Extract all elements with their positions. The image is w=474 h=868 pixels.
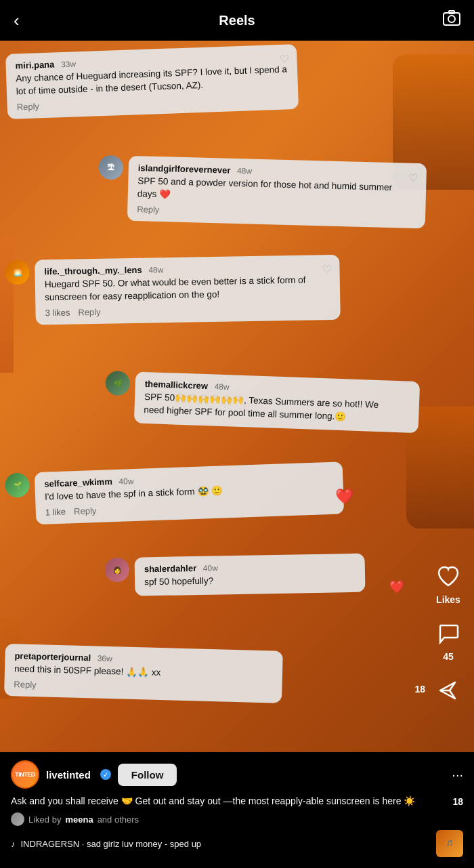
avatar-5: 🌱 [5, 472, 30, 497]
avatar-6: 👩 [105, 558, 130, 583]
liked-suffix: and others [98, 814, 139, 825]
comments-count: 45 [443, 651, 454, 662]
comment-time-2: 48w [237, 166, 252, 176]
comment-heart-3[interactable]: ♡ [322, 263, 331, 276]
camera-button[interactable] [443, 9, 460, 31]
music-thumbnail[interactable]: 🎵 [436, 830, 463, 857]
comment-username-7: pretaporterjournal [14, 650, 91, 663]
comments-overlay: ♡ miri.pana 33w Any chance of Hueguard i… [0, 41, 474, 732]
comment-username-4: themallickcrew [145, 379, 209, 391]
header: ‹ Reels [0, 0, 474, 41]
verified-badge [100, 769, 111, 780]
right-actions: Likes 45 [433, 562, 463, 705]
comment-username-3: life._through._my._lens [44, 265, 142, 277]
music-text: INDRAGERSN · sad girlz luv money - sped … [21, 839, 431, 849]
follow-button[interactable]: Follow [118, 764, 177, 786]
comment-heart-1[interactable]: ♡ [279, 52, 289, 65]
likes-label: Likes [436, 594, 460, 605]
comment-reply-3[interactable]: Reply [78, 307, 101, 318]
comment-card-2: 🏝 ♡ islandgirlforevernever 48w SPF 50 an… [98, 155, 427, 228]
comment-reply-2[interactable]: Reply [137, 204, 160, 215]
caption-text: Ask and you shall receive 🤝 Get out and … [11, 794, 447, 808]
music-row: ♪ INDRAGERSN · sad girlz luv money - spe… [11, 830, 463, 857]
comment-time-3: 48w [148, 265, 163, 274]
comment-reply-5[interactable]: Reply [74, 505, 97, 516]
comment-username-2: islandgirlforevernever [138, 163, 231, 175]
comment-username-1: miri.pana [15, 59, 54, 70]
floating-heart-2: ❤️ [389, 579, 404, 594]
comment-time-1: 33w [61, 59, 76, 69]
comment-reply-1[interactable]: Reply [16, 101, 39, 112]
comment-username-6: shalerdahler [144, 563, 197, 574]
avatar-2: 🏝 [98, 155, 123, 180]
comment-text-3: Huegard SPF 50. Or what would be even be… [45, 274, 320, 304]
comment-card-4: 🌿 themallickcrew 48w SPF 50🙌🙌🙌🙌🙌🙌, Texas… [104, 371, 420, 433]
bottom-bar: TINTED livetinted Follow ··· Ask and you… [0, 752, 474, 868]
comment-text-4: SPF 50🙌🙌🙌🙌🙌🙌, Texas Summers are so hot!!… [144, 391, 399, 426]
avatar-4: 🌿 [105, 371, 130, 396]
likes-button[interactable]: Likes [433, 562, 463, 605]
liked-avatar [11, 812, 24, 826]
comment-card-5: 🌱 selfcare_wkimm 40w I'd love to have th… [5, 461, 344, 525]
caption-count: 18 [452, 796, 463, 807]
share-button[interactable] [433, 676, 463, 705]
comment-card-3: 🌅 ♡ life._through._my._lens 48w Huegard … [5, 255, 341, 325]
svg-point-1 [448, 16, 455, 22]
caption-count-badge: 18 [414, 683, 425, 695]
comment-username-5: selfcare_wkimm [44, 476, 112, 489]
page-title: Reels [219, 13, 255, 28]
comment-text-6: spf 50 hopefully? [144, 573, 356, 589]
comment-heart-2[interactable]: ♡ [408, 171, 418, 184]
comment-time-7: 36w [98, 654, 112, 664]
comments-button[interactable]: 45 [433, 619, 463, 662]
comment-text-2: SPF 50 and a powder version for those ho… [137, 175, 406, 207]
comment-card-6: 👩 shalerdahler 40w spf 50 hopefully? [105, 554, 366, 597]
avatar-3: 🌅 [5, 260, 30, 285]
back-button[interactable]: ‹ [14, 10, 20, 31]
comment-likes-5: 1 like [45, 507, 66, 518]
more-options-button[interactable]: ··· [452, 767, 463, 783]
liked-prefix: Liked by [28, 814, 61, 825]
liked-username: meena [65, 814, 93, 825]
user-info-row: TINTED livetinted Follow ··· [11, 760, 463, 789]
comment-likes-3: 3 likes [45, 307, 70, 318]
comment-time-4: 48w [214, 382, 229, 392]
comment-time-6: 40w [203, 563, 218, 573]
comment-reply-7[interactable]: Reply [14, 679, 37, 690]
floating-heart-1: ❤️ [335, 488, 353, 505]
bottom-username: livetinted [46, 769, 91, 781]
svg-rect-0 [444, 13, 460, 25]
user-avatar: TINTED [11, 760, 39, 789]
comment-time-5: 40w [118, 476, 133, 487]
music-note: ♪ [11, 839, 16, 849]
liked-by-row: Liked by meena and others [11, 812, 463, 826]
